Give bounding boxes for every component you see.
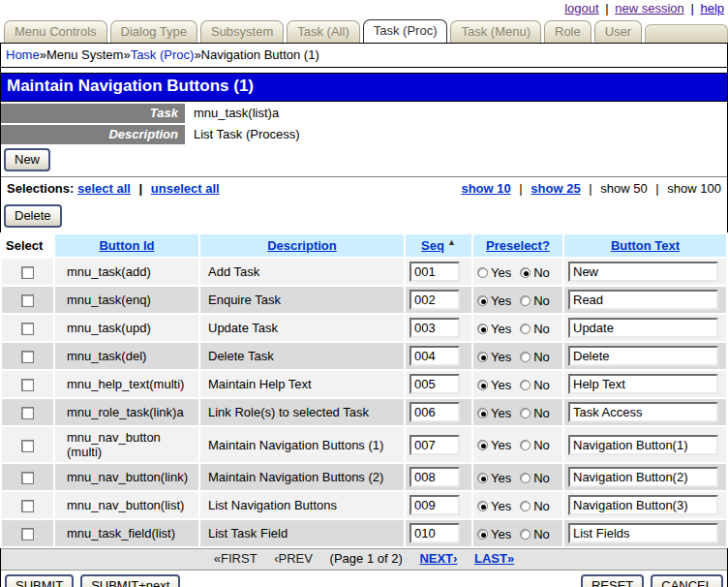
description-cell: Maintain Navigation Buttons (2) (200, 464, 404, 490)
button-text-input[interactable] (568, 262, 718, 282)
unselect-all-link[interactable]: unselect all (151, 181, 220, 196)
row-checkbox[interactable] (21, 294, 34, 307)
preselect-yes-radio[interactable] (477, 380, 488, 390)
preselect-yes-radio[interactable] (477, 295, 488, 306)
button-id-cell: mnu_nav_button(link) (55, 464, 198, 490)
new-session-link[interactable]: new session (615, 1, 684, 15)
button-text-sort-link[interactable]: Button Text (611, 238, 680, 253)
button-text-column-header: Button Text (564, 234, 726, 257)
seq-input[interactable] (410, 346, 460, 366)
seq-input[interactable] (410, 435, 460, 455)
breadcrumb-task-proc-link[interactable]: Task (Proc) (131, 47, 195, 62)
seq-sort-link[interactable]: Seq (421, 238, 444, 253)
row-checkbox[interactable] (21, 440, 34, 452)
preselect-yes-radio[interactable] (477, 352, 488, 362)
button-text-cell (564, 464, 726, 490)
breadcrumb-home-link[interactable]: Home (6, 47, 40, 62)
preselect-no-radio[interactable] (520, 529, 531, 540)
preselect-no-radio[interactable] (520, 408, 531, 418)
tab-user[interactable]: User (594, 20, 642, 43)
tab-role[interactable]: Role (544, 20, 592, 43)
preselect-no-radio[interactable] (520, 267, 531, 278)
submit-next-button[interactable]: SUBMIT+next (80, 574, 180, 587)
tab-task-menu[interactable]: Task (Menu) (450, 20, 541, 43)
preselect-yes-radio[interactable] (477, 324, 488, 334)
seq-cell (406, 315, 471, 341)
tab-dialog-type[interactable]: Dialog Type (110, 20, 197, 43)
button-text-input[interactable] (568, 523, 718, 543)
seq-input[interactable] (410, 318, 460, 338)
first-page-disabled: «FIRST (214, 551, 258, 566)
row-checkbox[interactable] (21, 528, 34, 541)
button-text-input[interactable] (568, 346, 718, 366)
next-page-link[interactable]: NEXT› (419, 551, 457, 566)
row-checkbox[interactable] (21, 323, 34, 335)
preselect-yes-radio[interactable] (477, 440, 488, 450)
seq-input[interactable] (410, 467, 460, 487)
row-checkbox[interactable] (21, 351, 34, 363)
seq-input[interactable] (410, 495, 460, 515)
select-cell (2, 259, 53, 285)
preselect-no-radio[interactable] (520, 473, 531, 483)
preselect-sort-link[interactable]: Preselect? (486, 238, 550, 253)
button-id-cell: mnu_help_text(multi) (55, 371, 198, 397)
breadcrumb-separator: » (123, 47, 130, 62)
select-cell (2, 287, 53, 313)
preselect-yes-radio[interactable] (477, 529, 488, 540)
help-link[interactable]: help (700, 1, 724, 15)
preselect-no-radio[interactable] (520, 324, 531, 334)
logout-link[interactable]: logout (564, 1, 598, 15)
button-text-input[interactable] (568, 374, 718, 394)
show-10-link[interactable]: show 10 (461, 181, 510, 196)
preselect-no-radio[interactable] (520, 380, 531, 390)
tab-task-proc[interactable]: Task (Proc) (363, 19, 448, 43)
button-text-input[interactable] (568, 467, 718, 487)
preselect-yes-radio[interactable] (477, 501, 488, 511)
seq-input[interactable] (410, 374, 460, 394)
seq-cell (406, 259, 471, 285)
select-cell (2, 464, 53, 490)
row-checkbox[interactable] (21, 266, 34, 279)
preselect-no-radio[interactable] (520, 440, 531, 450)
preselect-no-radio[interactable] (520, 295, 531, 306)
button-text-input[interactable] (568, 402, 718, 422)
delete-button[interactable]: Delete (4, 204, 62, 228)
last-page-link[interactable]: LAST» (474, 551, 514, 566)
new-button[interactable]: New (4, 148, 50, 171)
seq-input[interactable] (410, 290, 460, 310)
description-sort-link[interactable]: Description (267, 238, 337, 253)
preselect-cell: YesNo (473, 464, 562, 490)
seq-input[interactable] (410, 523, 460, 543)
row-checkbox[interactable] (21, 379, 34, 391)
button-text-input[interactable] (568, 495, 718, 515)
button-id-sort-link[interactable]: Button Id (99, 238, 154, 253)
show-25-link[interactable]: show 25 (531, 181, 580, 196)
row-checkbox[interactable] (21, 472, 34, 484)
preselect-no-radio[interactable] (520, 501, 531, 511)
button-id-cell: mnu_role_task(link)a (55, 399, 198, 425)
preselect-no-radio[interactable] (520, 352, 531, 362)
row-checkbox[interactable] (21, 500, 34, 512)
preselect-yes-radio[interactable] (477, 267, 488, 278)
button-text-cell (564, 492, 726, 518)
preselect-yes-radio[interactable] (477, 473, 488, 483)
button-text-cell (564, 343, 726, 369)
button-text-input[interactable] (568, 435, 718, 455)
seq-input[interactable] (410, 402, 460, 422)
tab-task-all[interactable]: Task (All) (287, 20, 359, 43)
button-text-input[interactable] (568, 290, 718, 310)
reset-button[interactable]: RESET (581, 574, 644, 587)
tab-menu-controls[interactable]: Menu Controls (4, 20, 107, 43)
select-all-link[interactable]: select all (77, 181, 131, 196)
seq-input[interactable] (410, 262, 460, 282)
separator: | (589, 181, 592, 196)
tab-subsystem[interactable]: Subsystem (200, 20, 284, 43)
select-cell (2, 492, 53, 518)
selections-left: Selections: select all | unselect all (7, 181, 220, 196)
button-text-input[interactable] (568, 318, 718, 338)
preselect-yes-radio[interactable] (477, 408, 488, 418)
row-checkbox[interactable] (21, 407, 34, 419)
seq-cell (406, 492, 471, 518)
submit-button[interactable]: SUBMIT (5, 574, 74, 587)
cancel-button[interactable]: CANCEL (651, 574, 723, 587)
